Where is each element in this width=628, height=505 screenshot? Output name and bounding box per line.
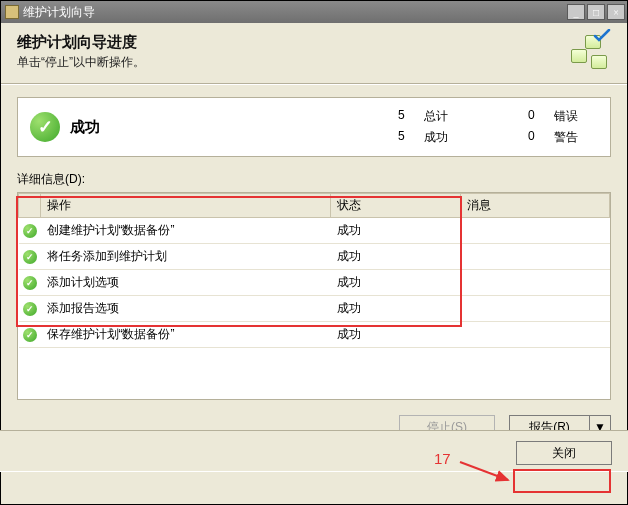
- error-label: 错误: [554, 108, 578, 125]
- close-button[interactable]: 关闭: [516, 441, 612, 465]
- error-count: 0: [528, 108, 535, 125]
- close-window-button[interactable]: ×: [607, 4, 625, 20]
- wizard-window: 维护计划向导 _ □ × 维护计划向导进度 单击“停止”以中断操作。 ✓ 成功: [0, 0, 628, 505]
- col-message[interactable]: 消息: [461, 194, 610, 218]
- maximize-button[interactable]: □: [587, 4, 605, 20]
- minimize-button[interactable]: _: [567, 4, 585, 20]
- page-subtitle: 单击“停止”以中断操作。: [17, 54, 145, 71]
- table-row[interactable]: ✓创建维护计划“数据备份”成功: [19, 218, 610, 244]
- table-row[interactable]: ✓添加报告选项成功: [19, 296, 610, 322]
- col-status[interactable]: 状态: [331, 194, 461, 218]
- total-label: 总计: [424, 108, 448, 125]
- warning-label: 警告: [554, 129, 578, 146]
- success-label: 成功: [70, 118, 100, 137]
- col-action[interactable]: 操作: [41, 194, 331, 218]
- total-count: 5: [398, 108, 405, 125]
- cell-action: 添加计划选项: [41, 270, 331, 296]
- success-icon: ✓: [30, 112, 60, 142]
- titlebar: 维护计划向导 _ □ ×: [1, 1, 627, 23]
- cell-message: [461, 270, 610, 296]
- warning-count: 0: [528, 129, 535, 146]
- row-success-icon: ✓: [23, 276, 37, 290]
- cell-status: 成功: [331, 218, 461, 244]
- cell-status: 成功: [331, 322, 461, 348]
- cell-status: 成功: [331, 296, 461, 322]
- cell-message: [461, 296, 610, 322]
- cell-message: [461, 244, 610, 270]
- table-row[interactable]: ✓添加计划选项成功: [19, 270, 610, 296]
- row-success-icon: ✓: [23, 302, 37, 316]
- cell-action: 将任务添加到维护计划: [41, 244, 331, 270]
- cell-message: [461, 322, 610, 348]
- details-grid: 操作 状态 消息 ✓创建维护计划“数据备份”成功✓将任务添加到维护计划成功✓添加…: [17, 192, 611, 400]
- success-count: 5: [398, 129, 405, 146]
- wizard-icon: [569, 33, 609, 73]
- col-icon[interactable]: [19, 194, 41, 218]
- cell-message: [461, 218, 610, 244]
- row-success-icon: ✓: [23, 328, 37, 342]
- cell-status: 成功: [331, 270, 461, 296]
- cell-action: 保存维护计划“数据备份”: [41, 322, 331, 348]
- window-title: 维护计划向导: [23, 4, 95, 21]
- summary-panel: ✓ 成功 5 总计 5 成功 0 错误 0 警告: [17, 97, 611, 157]
- row-success-icon: ✓: [23, 250, 37, 264]
- details-label: 详细信息(D):: [17, 172, 85, 186]
- app-icon: [5, 5, 19, 19]
- divider: [1, 83, 627, 85]
- cell-status: 成功: [331, 244, 461, 270]
- table-row[interactable]: ✓保存维护计划“数据备份”成功: [19, 322, 610, 348]
- table-row[interactable]: ✓将任务添加到维护计划成功: [19, 244, 610, 270]
- cell-action: 添加报告选项: [41, 296, 331, 322]
- annotation-number: 17: [434, 450, 451, 467]
- page-title: 维护计划向导进度: [17, 33, 145, 52]
- cell-action: 创建维护计划“数据备份”: [41, 218, 331, 244]
- row-success-icon: ✓: [23, 224, 37, 238]
- success-count-label: 成功: [424, 129, 448, 146]
